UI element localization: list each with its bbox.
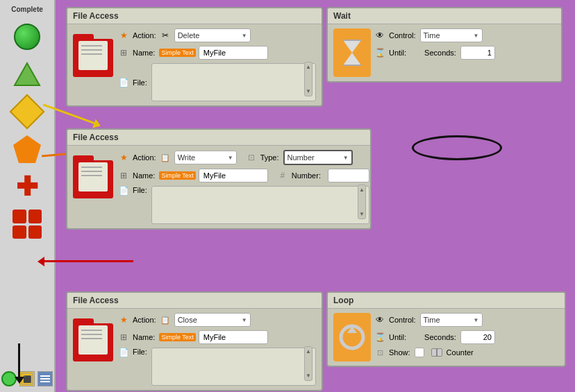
fa3-name-input[interactable]: [199, 330, 268, 344]
fa2-type-arrow: ▼: [343, 155, 349, 161]
bottom-lines-icon[interactable]: [38, 371, 53, 386]
loop-seconds-input[interactable]: [460, 330, 495, 344]
name-table-icon: ⊞: [119, 48, 128, 58]
fa3-action-row: ★ Action: 📋 Close ▼: [119, 313, 316, 327]
fa2-action-dropdown[interactable]: Write ▼: [174, 151, 237, 164]
loop-until-label: Until:: [389, 333, 406, 341]
hourglass-icon: [342, 39, 362, 67]
plus-icon: ✚: [16, 173, 38, 200]
wait-control-row: 👁 Control: Time ▼: [375, 28, 556, 42]
loop-body: 👁 Control: Time ▼ ⌛ Until: Seconds: ⊡: [328, 309, 565, 366]
file-access-3-panel: File Access ★: [66, 291, 323, 391]
svg-marker-4: [343, 53, 361, 65]
sidebar: Complete ✚ ⬛: [0, 0, 56, 392]
fa3-name-wrap: Simple Text: [159, 330, 267, 344]
delete-icon: ✂: [160, 31, 170, 40]
fa2-name-label: Name:: [133, 171, 155, 180]
loop-until-row: ⌛ Until: Seconds:: [375, 330, 559, 344]
fa1-action-row: ★ Action: ✂ Delete ▼: [119, 28, 316, 42]
loop-eye-icon: 👁: [375, 315, 385, 325]
sidebar-item-circle[interactable]: [10, 20, 44, 53]
file-access-3-title: File Access: [67, 293, 322, 309]
red-arrow: [43, 260, 133, 262]
fa2-name-input[interactable]: [199, 169, 268, 182]
fa3-scroll-up[interactable]: ▲: [306, 348, 311, 355]
fa1-fields: ★ Action: ✂ Delete ▼ ⊞ Name: Simple Text: [119, 28, 316, 101]
fa3-folder-paper: [78, 325, 108, 355]
fa1-file-row: 📄 File: ▲ ▼: [119, 63, 316, 101]
fa3-file-row: 📄 File: ▲ ▼: [119, 348, 316, 386]
fa3-action-star: ★: [119, 315, 128, 325]
fa2-action-label: Action:: [133, 153, 156, 162]
wait-control-label: Control:: [389, 31, 416, 40]
fa2-scrollbar[interactable]: ▲ ▼: [358, 185, 366, 219]
fa3-action-dropdown[interactable]: Close ▼: [174, 313, 251, 327]
counter-icon: [431, 348, 442, 357]
svg-rect-9: [432, 349, 436, 356]
loop-control-dropdown[interactable]: Time ▼: [420, 313, 483, 327]
paper-line-2: [81, 49, 102, 51]
fa3-file-area[interactable]: ▲ ▼: [151, 348, 316, 386]
sidebar-item-plus[interactable]: ✚: [10, 170, 44, 203]
fa1-file-area[interactable]: ▲ ▼: [151, 63, 316, 101]
fa1-action-dropdown[interactable]: Delete ▼: [174, 28, 251, 42]
fa2-number-input[interactable]: [328, 169, 369, 182]
hourglass-small-icon: ⌛: [375, 48, 385, 58]
sidebar-bottom: ⬛: [1, 371, 53, 386]
fa1-name-wrap: Simple Text: [159, 46, 267, 60]
fa2-inner: ★ Action: 📋 Write ▼ ⊡ Type: Number ▼: [73, 150, 365, 224]
wait-seconds-input[interactable]: [460, 46, 495, 60]
fa1-name-input[interactable]: [199, 46, 268, 60]
scroll-up-btn[interactable]: ▲: [306, 64, 311, 70]
folder-paper-lines: [81, 45, 102, 55]
file-access-1-panel: File Access: [66, 7, 323, 107]
fa2-paper-line-1: [81, 167, 102, 168]
fa2-paper-lines: [81, 167, 102, 176]
folder-body: [73, 39, 113, 77]
fa2-type-dropdown[interactable]: Number ▼: [283, 150, 353, 165]
loop-control-arrow: ▼: [474, 317, 479, 323]
fa1-folder-icon: [73, 28, 115, 77]
fa3-scroll-down[interactable]: ▼: [306, 373, 311, 379]
svg-marker-3: [343, 40, 361, 53]
folder-paper: [78, 41, 108, 70]
file-access-2-panel: File Access: [66, 128, 372, 230]
fa2-file-label: File:: [133, 186, 147, 194]
diamond-icon: [10, 94, 45, 130]
loop-icon-bg: [333, 313, 371, 361]
fa1-name-row: ⊞ Name: Simple Text: [119, 46, 316, 60]
fa1-scrollbar[interactable]: ▲ ▼: [304, 62, 312, 96]
sidebar-item-arrow-up[interactable]: [10, 58, 44, 91]
loop-arrows-icon: [338, 323, 366, 351]
loop-panel: Loop 👁 Control: Time ▼: [326, 291, 566, 367]
circle-icon: [14, 24, 40, 50]
wait-control-dropdown[interactable]: Time ▼: [420, 28, 483, 42]
fa2-fields: ★ Action: 📋 Write ▼ ⊡ Type: Number ▼: [119, 150, 369, 224]
fa2-action-arrow: ▼: [228, 155, 233, 161]
file-icon-1: 📄: [119, 78, 128, 87]
fa1-action-dropdown-arrow: ▼: [242, 33, 247, 39]
loop-show-checkbox[interactable]: [415, 348, 424, 357]
fa2-write-icon: 📋: [160, 153, 170, 162]
fa2-type-value: Number: [288, 153, 315, 162]
file-access-1-body: ★ Action: ✂ Delete ▼ ⊞ Name: Simple Text: [67, 24, 322, 105]
arrow-up-icon: [13, 60, 41, 88]
sidebar-item-grid[interactable]: [10, 207, 44, 241]
fa2-action-row: ★ Action: 📋 Write ▼ ⊡ Type: Number ▼: [119, 150, 369, 165]
fa3-scrollbar[interactable]: ▲ ▼: [304, 346, 312, 381]
fa3-paper-line-1: [81, 330, 102, 331]
loop-title: Loop: [328, 293, 565, 309]
action-star-icon: ★: [119, 31, 128, 40]
fa2-file-area[interactable]: ▲ ▼: [151, 186, 369, 224]
wait-title: Wait: [328, 8, 561, 24]
fa2-scroll-up[interactable]: ▲: [359, 187, 365, 193]
fa2-scroll-down[interactable]: ▼: [359, 211, 365, 217]
loop-control-value: Time: [424, 316, 440, 324]
fa3-inner: ★ Action: 📋 Close ▼ ⊞ Name: Simple Text: [73, 313, 316, 386]
scroll-down-btn[interactable]: ▼: [306, 88, 311, 94]
fa2-paper-line-2: [81, 171, 102, 172]
line-1: [40, 375, 50, 377]
sidebar-item-pentagon[interactable]: [10, 133, 44, 166]
sidebar-item-diamond[interactable]: [10, 95, 44, 128]
wait-control-value: Time: [424, 31, 440, 40]
